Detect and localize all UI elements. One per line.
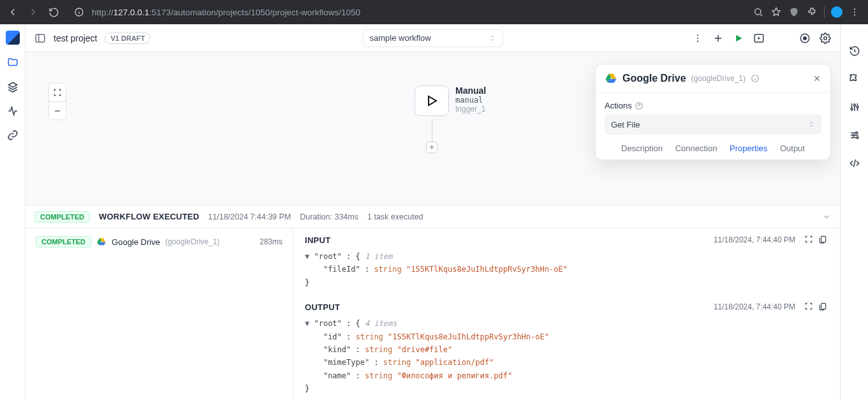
add-node-button[interactable]: + xyxy=(426,142,438,153)
svg-point-2 xyxy=(854,8,855,10)
workflow-dropdown[interactable]: sample workflow xyxy=(363,29,503,47)
version-chip: V1 DRAFT xyxy=(105,33,151,44)
url-text[interactable]: http://127.0.0.1:5173/automation/project… xyxy=(92,8,360,17)
project-name[interactable]: test project xyxy=(54,33,97,43)
execution-title: WORKFLOW EXECUTED xyxy=(99,212,199,221)
svg-point-4 xyxy=(854,15,855,16)
node-details-panel: Google Drive (googleDrive_1) Actions Get… xyxy=(595,64,831,160)
output-json[interactable]: ▼ "root" : { 4 items "id" : string "1S5K… xyxy=(305,317,828,395)
input-block: INPUT 11/18/2024, 7:44:40 PM ▼ "root" : … xyxy=(305,235,828,289)
sliders-icon[interactable] xyxy=(848,101,861,114)
execution-duration: Duration: 334ms xyxy=(300,212,358,221)
activity-icon[interactable] xyxy=(6,105,19,117)
browser-menu-icon[interactable] xyxy=(849,6,860,18)
left-rail xyxy=(0,24,26,400)
execution-bar[interactable]: COMPLETED WORKFLOW EXECUTED 11/18/2024 7… xyxy=(26,205,840,228)
chevron-sort-icon xyxy=(807,121,815,128)
gear-icon[interactable] xyxy=(820,33,831,44)
nav-forward-icon[interactable] xyxy=(26,4,41,20)
svg-point-17 xyxy=(851,108,853,110)
output-label: OUTPUT xyxy=(305,302,340,312)
svg-point-18 xyxy=(853,105,855,107)
panel-tabs: Description Connection Properties Output xyxy=(605,135,821,159)
input-json[interactable]: ▼ "root" : { 1 item "fileId" : string "1… xyxy=(305,250,828,289)
code-icon[interactable] xyxy=(848,157,861,170)
execution-timestamp: 11/18/2024 7:44:39 PM xyxy=(208,212,291,221)
site-info-icon[interactable] xyxy=(71,4,87,20)
chevron-sort-icon xyxy=(489,34,496,42)
action-select[interactable]: Get File xyxy=(605,114,821,135)
clipboard-icon[interactable] xyxy=(818,302,828,312)
tab-connection[interactable]: Connection xyxy=(675,144,717,153)
panel-code: (googleDrive_1) xyxy=(691,74,746,83)
record-icon[interactable] xyxy=(799,33,811,44)
workflow-dropdown-label: sample workflow xyxy=(370,33,489,43)
zoom-icon[interactable] xyxy=(753,6,764,18)
google-drive-icon xyxy=(96,237,107,247)
svg-rect-5 xyxy=(36,34,45,42)
nav-back-icon[interactable] xyxy=(5,4,20,20)
execution-task-count: 1 task executed xyxy=(367,212,423,221)
more-vertical-icon[interactable] xyxy=(692,33,703,44)
help-icon[interactable] xyxy=(635,101,644,110)
svg-point-19 xyxy=(857,107,858,108)
tab-output[interactable]: Output xyxy=(780,144,805,153)
fit-view-button[interactable] xyxy=(49,84,66,101)
shield-icon[interactable] xyxy=(788,6,800,18)
close-panel-button[interactable] xyxy=(813,74,821,83)
output-block: OUTPUT 11/18/2024, 7:44:40 PM ▼ "root" :… xyxy=(305,302,828,395)
svg-point-20 xyxy=(855,132,857,134)
chevron-down-icon[interactable] xyxy=(822,212,831,221)
node-subtitle: manual xyxy=(455,96,486,105)
action-select-value: Get File xyxy=(611,120,640,130)
run-icon[interactable] xyxy=(733,33,744,44)
task-duration: 283ms xyxy=(260,237,283,246)
info-icon[interactable] xyxy=(751,74,760,83)
app-logo-icon[interactable] xyxy=(6,31,20,45)
nav-reload-icon[interactable] xyxy=(46,4,61,20)
status-badge: COMPLETED xyxy=(34,211,90,223)
svg-rect-15 xyxy=(821,236,826,242)
extensions-icon[interactable] xyxy=(806,6,818,18)
task-row[interactable]: COMPLETED Google Drive (googleDrive_1) 2… xyxy=(36,236,283,248)
adjust-icon[interactable] xyxy=(848,129,861,142)
node-title: Manual xyxy=(455,85,486,96)
svg-point-7 xyxy=(697,37,698,38)
expand-icon[interactable] xyxy=(804,235,814,245)
svg-rect-16 xyxy=(821,304,826,309)
actions-label: Actions xyxy=(605,101,632,110)
fit-view xyxy=(48,83,66,102)
node-id: trigger_1 xyxy=(455,105,486,114)
clipboard-icon[interactable] xyxy=(818,235,828,245)
bookmark-star-icon[interactable] xyxy=(770,6,782,18)
link-icon[interactable] xyxy=(6,129,19,142)
expand-icon[interactable] xyxy=(804,302,814,312)
task-code: (googleDrive_1) xyxy=(165,237,219,246)
folder-icon[interactable] xyxy=(6,56,19,69)
tab-description[interactable]: Description xyxy=(621,144,663,153)
input-label: INPUT xyxy=(305,235,331,245)
svg-point-6 xyxy=(697,34,698,36)
profile-avatar-icon[interactable] xyxy=(831,6,842,18)
svg-point-22 xyxy=(857,137,858,138)
puzzle-icon[interactable] xyxy=(848,73,861,85)
tab-properties[interactable]: Properties xyxy=(730,144,767,153)
zoom-out-button[interactable] xyxy=(49,101,66,119)
browser-bar: http://127.0.0.1:5173/automation/project… xyxy=(0,0,868,24)
topbar: test project V1 DRAFT sample workflow xyxy=(26,24,840,52)
trigger-node[interactable]: Manual manual trigger_1 xyxy=(415,85,486,116)
history-icon[interactable] xyxy=(848,45,861,57)
panel-toggle-icon[interactable] xyxy=(34,33,46,44)
output-timestamp: 11/18/2024, 7:44:40 PM xyxy=(714,302,795,311)
svg-point-3 xyxy=(854,11,855,13)
execution-details: COMPLETED Google Drive (googleDrive_1) 2… xyxy=(26,228,840,400)
right-rail xyxy=(840,24,868,400)
svg-point-12 xyxy=(824,36,827,40)
layers-icon[interactable] xyxy=(6,80,19,93)
canvas[interactable]: Manual manual trigger_1 + Google Drive (… xyxy=(26,52,840,205)
input-timestamp: 11/18/2024, 7:44:40 PM xyxy=(714,235,795,244)
panel-title: Google Drive xyxy=(622,73,686,84)
step-run-icon[interactable] xyxy=(753,33,765,44)
svg-point-11 xyxy=(804,36,807,40)
plus-icon[interactable] xyxy=(712,33,724,44)
